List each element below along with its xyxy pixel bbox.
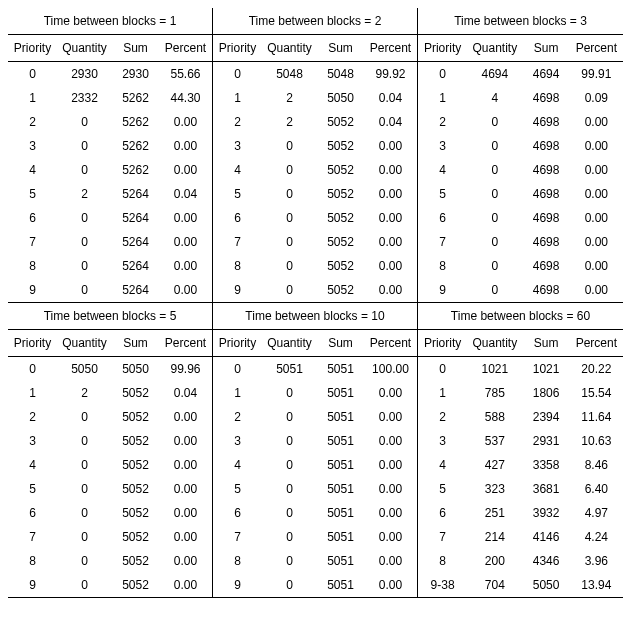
cell-priority: 2 [8,110,57,134]
cell-sum: 5264 [112,254,159,278]
cell-priority: 6 [418,501,467,525]
cell-sum: 4698 [523,230,570,254]
cell-quantity: 0 [262,429,317,453]
cell-quantity: 588 [467,405,522,429]
cell-priority: 8 [8,254,57,278]
cell-percent: 0.00 [159,110,212,134]
table-row: 8050520.00 [8,549,212,573]
cell-sum: 5262 [112,86,159,110]
cell-sum: 5052 [112,405,159,429]
cell-priority: 1 [213,86,262,110]
col-header-sum: Sum [523,330,570,357]
cell-percent: 4.24 [570,525,623,549]
table-row: 050515051100.00 [213,357,417,382]
cell-percent: 15.54 [570,381,623,405]
cell-priority: 0 [213,357,262,382]
table-row: 1050510.00 [213,381,417,405]
cell-percent: 0.00 [159,501,212,525]
cell-percent: 0.00 [364,501,417,525]
cell-quantity: 704 [467,573,522,598]
table-row: 4052620.00 [8,158,212,182]
cell-percent: 0.00 [159,477,212,501]
cell-quantity: 0 [262,158,317,182]
cell-sum: 5051 [317,453,364,477]
tables-grid: Time between blocks = 1PriorityQuantityS… [8,8,623,598]
cell-priority: 6 [8,501,57,525]
table-row: 3050510.00 [213,429,417,453]
cell-percent: 0.00 [570,206,623,230]
cell-quantity: 2 [57,182,112,206]
cell-priority: 9 [8,573,57,598]
cell-sum: 5262 [112,158,159,182]
cell-sum: 4346 [523,549,570,573]
cell-priority: 0 [213,62,262,87]
table-row: 6052640.00 [8,206,212,230]
cell-quantity: 0 [467,206,522,230]
cell-percent: 0.00 [364,453,417,477]
cell-quantity: 537 [467,429,522,453]
table-row: 04694469499.91 [418,62,623,87]
cell-priority: 1 [418,86,467,110]
cell-priority: 3 [8,429,57,453]
table-row: 8050520.00 [213,254,417,278]
cell-sum: 5050 [317,86,364,110]
table-row: 6050520.00 [8,501,212,525]
table-row: 6046980.00 [418,206,623,230]
cell-percent: 0.04 [159,182,212,206]
table-row: 02930293055.66 [8,62,212,87]
cell-percent: 0.04 [364,110,417,134]
col-header-quantity: Quantity [57,330,112,357]
table-row: 2050520.00 [8,405,212,429]
cell-percent: 0.00 [364,182,417,206]
cell-sum: 3932 [523,501,570,525]
cell-percent: 0.00 [364,134,417,158]
cell-priority: 7 [418,230,467,254]
cell-quantity: 5050 [57,357,112,382]
cell-quantity: 0 [57,278,112,303]
cell-sum: 5051 [317,405,364,429]
cell-priority: 2 [418,405,467,429]
cell-priority: 3 [8,134,57,158]
cell-percent: 55.66 [159,62,212,87]
cell-percent: 0.00 [159,278,212,303]
cell-sum: 4698 [523,86,570,110]
cell-sum: 2394 [523,405,570,429]
cell-percent: 0.00 [364,549,417,573]
cell-sum: 4698 [523,278,570,303]
cell-priority: 4 [418,158,467,182]
cell-priority: 2 [213,405,262,429]
cell-priority: 9 [8,278,57,303]
cell-sum: 5052 [317,110,364,134]
cell-percent: 0.00 [159,525,212,549]
cell-percent: 0.00 [159,230,212,254]
cell-percent: 0.00 [364,158,417,182]
cell-percent: 99.91 [570,62,623,87]
cell-percent: 6.40 [570,477,623,501]
table-row: 5252640.04 [8,182,212,206]
cell-sum: 5264 [112,182,159,206]
cell-priority: 5 [418,477,467,501]
cell-priority: 6 [418,206,467,230]
col-header-quantity: Quantity [57,35,112,62]
cell-priority: 1 [8,86,57,110]
cell-priority: 3 [213,134,262,158]
cell-priority: 7 [213,230,262,254]
block-title: Time between blocks = 10 [213,303,417,330]
cell-priority: 2 [418,110,467,134]
cell-quantity: 0 [262,573,317,598]
cell-priority: 1 [213,381,262,405]
cell-percent: 3.96 [570,549,623,573]
cell-quantity: 2 [262,110,317,134]
col-header-sum: Sum [112,35,159,62]
cell-percent: 0.00 [570,230,623,254]
cell-percent: 0.00 [159,134,212,158]
cell-sum: 5051 [317,357,364,382]
cell-percent: 4.97 [570,501,623,525]
cell-priority: 9 [418,278,467,303]
cell-sum: 5050 [523,573,570,598]
table-block: Time between blocks = 10PriorityQuantity… [213,303,418,598]
cell-sum: 4146 [523,525,570,549]
cell-sum: 5052 [112,453,159,477]
cell-sum: 5050 [112,357,159,382]
table-row: 1785180615.54 [418,381,623,405]
